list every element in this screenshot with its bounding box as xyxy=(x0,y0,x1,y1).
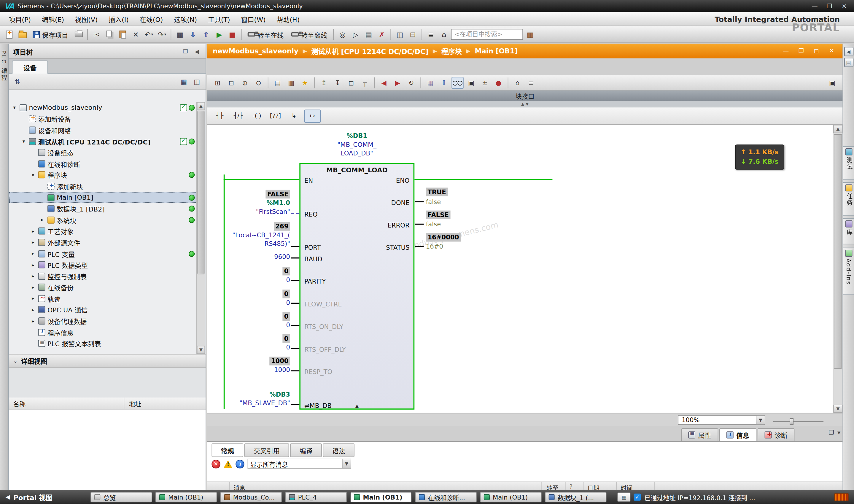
tab-info[interactable]: 信息 xyxy=(719,428,757,441)
editor-float-button[interactable]: ❐ xyxy=(796,48,806,55)
accessible-devices-button[interactable]: ◎ xyxy=(337,28,348,41)
tree-item-device-proxy[interactable]: 设备代理数据 xyxy=(9,315,197,327)
expander-icon[interactable] xyxy=(30,240,36,245)
tree-item-devices-networks[interactable]: 设备和网络 xyxy=(9,125,197,136)
expander-icon[interactable] xyxy=(30,251,36,256)
right-panel-view-icon[interactable]: ▤ xyxy=(844,58,853,67)
breadcrumb-folder[interactable]: 程序块 xyxy=(441,46,462,56)
download-block-icon[interactable]: ⇩ xyxy=(438,76,450,88)
expander-icon[interactable] xyxy=(30,262,36,268)
taskbar-main-ob1-button[interactable]: Main (OB1) xyxy=(156,492,217,502)
parity-monitor-value[interactable]: 0 xyxy=(207,267,290,275)
interface-splitter[interactable]: ▲ ▼ xyxy=(207,101,843,107)
compile-button[interactable]: ▦ xyxy=(174,28,186,41)
library-view-button[interactable]: ▥ xyxy=(524,28,536,41)
show-absolute-operands-icon[interactable]: ▤ xyxy=(272,76,284,88)
ladder-canvas[interactable]: 西门子 support.industry.siemens.com %DB1 "M… xyxy=(207,125,833,413)
touch-keyboard-icon[interactable]: ▦ xyxy=(618,492,631,502)
checkbox-checked-icon[interactable] xyxy=(180,138,187,145)
rts-off-dly-monitor-value[interactable]: 0 xyxy=(207,334,290,343)
goto-next-error-icon[interactable]: ▶ xyxy=(392,76,403,88)
info-filter-icon[interactable]: i xyxy=(236,460,244,468)
breadcrumb-project[interactable]: newModbus_slaveonly xyxy=(213,47,298,55)
paste-button[interactable] xyxy=(116,28,128,41)
tree-item-add-new-block[interactable]: 添加新块 xyxy=(9,181,197,192)
subtab-compile[interactable]: 编译 xyxy=(290,444,322,457)
undo-button[interactable]: ↶▾ xyxy=(143,28,155,41)
collapse-right-panel-icon[interactable]: ◀ xyxy=(844,47,853,56)
error-filter-icon[interactable]: ✕ xyxy=(212,460,220,468)
tree-overview-icon[interactable]: ▦ xyxy=(178,76,189,87)
menu-view[interactable]: 视图(V) xyxy=(70,12,103,25)
tree-item-system-blocks[interactable]: 系统块 xyxy=(9,214,197,226)
tree-split-view-icon[interactable]: ◫ xyxy=(191,76,202,87)
taskbar-data-block-button[interactable]: 数据块_1 (... xyxy=(545,492,606,502)
expander-icon[interactable] xyxy=(30,229,36,234)
editor-scrollbar[interactable]: ▲ ▼ xyxy=(833,125,842,413)
insert-empty-box-icon[interactable]: ◻ xyxy=(345,76,357,88)
done-value[interactable]: false xyxy=(426,198,441,206)
editor-maximize-button[interactable]: ◻ xyxy=(811,48,822,55)
cancel-action-button[interactable]: ✗ xyxy=(376,28,388,41)
portal-view-button[interactable]: ◀Portal 视图 xyxy=(5,492,53,502)
start-cpu-button[interactable]: ▶ xyxy=(213,28,225,41)
filter-dropdown-icon[interactable]: ▼ xyxy=(342,459,351,468)
tree-item-plc-device[interactable]: 测试从机 [CPU 1214C DC/DC/DC] xyxy=(9,136,197,147)
coil-button[interactable]: -( ) xyxy=(249,109,265,123)
enable-monitoring-icon[interactable] xyxy=(452,76,464,88)
panel-float-icon[interactable]: ❐ xyxy=(829,429,834,436)
instance-db-header[interactable]: %DB1 "MB_COMM_ LOAD_DB" xyxy=(299,131,414,158)
scroll-up-icon[interactable]: ▲ xyxy=(197,102,205,110)
mb-db-operand-name[interactable]: "MB_SLAVE_DB" xyxy=(207,399,290,407)
editor-minimize-button[interactable]: — xyxy=(780,48,792,55)
column-errors[interactable]: ? xyxy=(569,483,573,490)
empty-box-button[interactable]: [??] xyxy=(267,109,284,123)
message-filter-select[interactable]: 显示所有消息 ▼ xyxy=(248,458,351,469)
menu-options[interactable]: 选项(N) xyxy=(168,12,203,25)
breadcrumb-device[interactable]: 测试从机 [CPU 1214C DC/DC/DC] xyxy=(311,46,429,56)
req-monitor-value[interactable]: FALSE xyxy=(207,190,290,198)
tree-item-program-blocks[interactable]: 程序块 xyxy=(9,169,197,181)
no-contact-button[interactable]: ┤├ xyxy=(212,109,228,123)
tree-item-main-ob1[interactable]: Main [OB1] xyxy=(9,192,197,203)
update-block-calls-icon[interactable]: ↻ xyxy=(405,76,417,88)
checkbox-checked-icon[interactable] xyxy=(180,104,187,111)
port-monitor-value[interactable]: 269 xyxy=(207,222,290,231)
zoom-slider[interactable] xyxy=(773,421,823,422)
split-editor-vertical-button[interactable]: ⊟ xyxy=(407,28,419,41)
tree-item-online-backups[interactable]: 在线备份 xyxy=(9,282,197,293)
project-search-input[interactable] xyxy=(451,29,523,40)
details-view-header[interactable]: ⌄ 详细视图 xyxy=(8,354,205,367)
taskbar-overview-button[interactable]: 总览 xyxy=(91,492,152,502)
tree-item-add-new-device[interactable]: 添加新设备 xyxy=(9,113,197,125)
download-to-device-button[interactable]: ⇩ xyxy=(187,28,199,41)
block-call-environment-icon[interactable]: ⌂ xyxy=(512,76,524,88)
collapse-panel-icon[interactable]: ◀ xyxy=(193,48,201,54)
close-branch-button[interactable]: ↦ xyxy=(304,109,321,123)
tree-item-watch-force-tables[interactable]: 监控与强制表 xyxy=(9,271,197,282)
subtab-general[interactable]: 常规 xyxy=(212,444,243,457)
cut-button[interactable]: ✂ xyxy=(90,28,102,41)
menu-insert[interactable]: 插入(I) xyxy=(103,12,134,25)
rts-on-dly-value[interactable]: 0 xyxy=(207,321,290,329)
open-project-button[interactable] xyxy=(16,28,28,41)
taskbar-main-ob1-2-button[interactable]: Main (OB1) xyxy=(480,492,542,502)
copy-button[interactable] xyxy=(104,28,115,41)
tree-scrollbar[interactable]: ▲ ▼ xyxy=(196,102,205,354)
close-all-networks-icon[interactable]: ⊖ xyxy=(252,76,264,88)
error-value[interactable]: false xyxy=(426,220,441,229)
editor-close-button[interactable]: ✕ xyxy=(826,48,837,55)
breakpoints-icon[interactable]: ● xyxy=(492,76,504,88)
expander-icon[interactable] xyxy=(21,139,27,144)
network-comments-icon[interactable]: ▥ xyxy=(285,76,297,88)
req-operand[interactable]: %M1.0 xyxy=(207,198,290,207)
port-operand-name-line2[interactable]: RS485)" xyxy=(207,239,290,248)
tree-item-device-configuration[interactable]: 设备组态 xyxy=(9,147,197,158)
tab-tasks[interactable]: 任务 xyxy=(843,182,854,216)
resp-to-value[interactable]: 1000 xyxy=(207,365,290,374)
expander-icon[interactable] xyxy=(30,307,36,312)
menu-window[interactable]: 窗口(W) xyxy=(236,12,271,25)
flow-ctrl-monitor-value[interactable]: 0 xyxy=(207,289,290,298)
delete-network-icon[interactable]: ⊟ xyxy=(225,76,237,88)
subtab-syntax[interactable]: 语法 xyxy=(323,444,355,457)
